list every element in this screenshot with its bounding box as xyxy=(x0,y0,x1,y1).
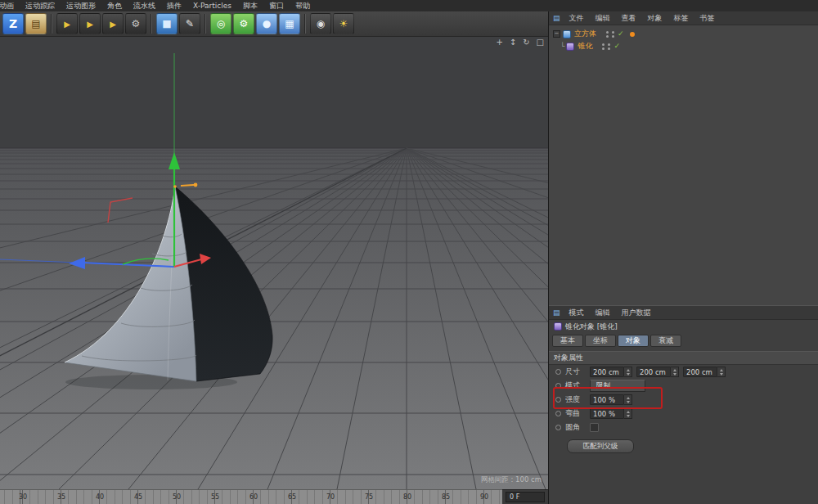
material-manager-icon[interactable]: ▤ xyxy=(25,13,47,34)
toolbar-separator xyxy=(151,14,152,34)
size-z-value[interactable]: 200 cm xyxy=(683,367,717,377)
object-toggles: ✓ xyxy=(606,30,635,38)
om-menu-file[interactable]: 文件 xyxy=(564,13,590,24)
attribute-tabs: 基本 坐标 对象 衰减 xyxy=(549,333,818,348)
stepper-icon[interactable] xyxy=(624,408,632,419)
menu-item-help[interactable]: 帮助 xyxy=(290,1,316,11)
ruler-tick: 40 xyxy=(92,493,107,501)
strength-field[interactable]: 100 % xyxy=(590,394,632,405)
rotate-view-icon[interactable]: ↻ xyxy=(523,38,529,47)
icon-glyph: ◎ xyxy=(217,18,225,29)
stepper-icon[interactable] xyxy=(624,394,632,405)
render-view-icon[interactable]: ▶ xyxy=(56,13,78,34)
menu-item-plugins[interactable]: 插件 xyxy=(161,1,187,11)
am-menu-userdata[interactable]: 用户数据 xyxy=(616,308,657,318)
icon-glyph: ✎ xyxy=(186,18,194,29)
zoom-view-icon[interactable]: ↕ xyxy=(510,38,516,47)
visibility-dots-icon[interactable] xyxy=(606,31,609,38)
maximize-view-icon[interactable]: □ xyxy=(537,38,544,47)
object-name[interactable]: 立方体 xyxy=(574,29,596,39)
add-cube-icon[interactable]: ■ xyxy=(156,13,178,34)
subdivision-surface-icon[interactable]: ◎ xyxy=(210,13,231,34)
grid-spacing-label: 网格间距 : 100 cm xyxy=(481,475,542,485)
tree-row-taper[interactable]: └ 锥化 ✓ xyxy=(549,40,818,52)
deformer-icon[interactable]: ⚙ xyxy=(233,13,254,34)
om-menu-edit[interactable]: 编辑 xyxy=(590,13,616,24)
render-dots-icon[interactable] xyxy=(612,31,614,38)
tab-basic[interactable]: 基本 xyxy=(552,335,583,347)
visibility-dots-icon[interactable] xyxy=(602,43,605,50)
viewport-canvas[interactable]: + ↕ ↻ □ 网格间距 : 100 cm xyxy=(0,37,548,489)
stepper-icon[interactable] xyxy=(717,367,726,377)
mode-dropdown[interactable]: 限制 xyxy=(590,380,645,392)
render-settings-icon[interactable]: ⚙ xyxy=(125,13,146,34)
menu-item-xparticles[interactable]: X-Particles xyxy=(187,2,237,10)
toolbar-separator xyxy=(51,14,52,34)
fillet-checkbox[interactable] xyxy=(590,423,599,432)
attribute-manager-menubar: ▤ 模式 编辑 用户数据 xyxy=(549,305,818,320)
am-menu-edit[interactable]: 编辑 xyxy=(590,308,616,318)
tab-coordinates[interactable]: 坐标 xyxy=(585,335,616,347)
size-x-field[interactable]: 200 cm xyxy=(590,367,632,377)
spline-pen-icon[interactable]: ✎ xyxy=(179,13,200,34)
tab-object[interactable]: 对象 xyxy=(618,335,649,347)
environment-icon[interactable]: ● xyxy=(256,13,277,34)
fit-to-parent-button[interactable]: 匹配到父级 xyxy=(567,439,634,453)
array-icon[interactable]: ▦ xyxy=(279,13,300,34)
current-frame-field[interactable]: 0 F xyxy=(506,492,545,502)
camera-icon[interactable]: ◉ xyxy=(310,13,331,34)
strength-label: 强度 xyxy=(565,394,590,405)
stepper-icon[interactable] xyxy=(671,367,679,377)
size-y-value[interactable]: 200 cm xyxy=(636,367,671,377)
taper-object-icon xyxy=(566,43,574,51)
keyframe-dot-icon[interactable] xyxy=(555,369,561,375)
om-menu-bookmark[interactable]: 书签 xyxy=(694,13,721,24)
menu-item-mograph[interactable]: 运动图形 xyxy=(61,1,101,11)
enabled-check-icon[interactable]: ✓ xyxy=(614,43,620,50)
menu-item-character[interactable]: 角色 xyxy=(101,1,128,11)
tag-dot-icon[interactable] xyxy=(630,32,635,37)
keyframe-dot-icon[interactable] xyxy=(555,425,561,430)
ruler-tick: 50 xyxy=(169,493,184,501)
menu-item-script[interactable]: 脚本 xyxy=(237,1,263,11)
render-dots-icon[interactable] xyxy=(608,43,610,50)
keyframe-dot-icon[interactable] xyxy=(555,397,561,403)
render-picture-viewer-icon[interactable]: ▶ xyxy=(79,13,101,34)
om-menu-view[interactable]: 查看 xyxy=(616,13,642,24)
bend-label: 弯曲 xyxy=(565,408,590,419)
menu-item-motion-tracking[interactable]: 运动跟踪 xyxy=(20,1,61,11)
attribute-title: 锥化对象 [锥化] xyxy=(565,322,618,332)
attribute-title-row: 锥化对象 [锥化] xyxy=(549,320,818,333)
strength-value[interactable]: 100 % xyxy=(590,394,624,405)
keyframe-dot-icon[interactable] xyxy=(555,411,561,416)
om-menu-object[interactable]: 对象 xyxy=(642,13,668,24)
menu-item-animation[interactable]: 动画 xyxy=(0,1,20,11)
keyframe-dot-icon[interactable] xyxy=(555,383,561,389)
render-team-icon[interactable]: ▶ xyxy=(102,13,124,34)
timeline-ruler[interactable]: 30 35 40 45 50 55 60 65 70 75 80 85 90 xyxy=(0,489,502,504)
tab-falloff[interactable]: 衰减 xyxy=(650,335,681,347)
menu-item-pipeline[interactable]: 流水线 xyxy=(128,1,161,11)
fillet-label: 圆角 xyxy=(565,422,590,433)
icon-glyph: ● xyxy=(263,18,271,29)
frame-counter-area: 0 F xyxy=(502,489,548,504)
size-x-value[interactable]: 200 cm xyxy=(590,367,624,377)
stepper-icon[interactable] xyxy=(624,367,632,377)
section-object-properties: 对象属性 xyxy=(549,351,818,365)
object-name[interactable]: 锥化 xyxy=(578,41,592,52)
size-y-field[interactable]: 200 cm xyxy=(636,367,679,377)
toolbar: Z ▤ ▶ ▶ ▶ ⚙ ■ ✎ ◎ ⚙ ● ▦ ◉ ☀ xyxy=(0,11,548,37)
am-menu-mode[interactable]: 模式 xyxy=(564,308,590,318)
menu-item-window[interactable]: 窗口 xyxy=(263,1,290,11)
toolbar-separator xyxy=(204,14,206,34)
enabled-check-icon[interactable]: ✓ xyxy=(618,30,624,38)
om-menu-tag[interactable]: 标签 xyxy=(668,13,694,24)
size-z-field[interactable]: 200 cm xyxy=(683,367,726,377)
bend-field[interactable]: 100 % xyxy=(590,408,632,419)
pan-view-icon[interactable]: + xyxy=(496,38,502,47)
light-icon[interactable]: ☀ xyxy=(333,13,354,34)
plugin-z-icon[interactable]: Z xyxy=(2,13,24,34)
expander-icon[interactable]: − xyxy=(553,30,560,38)
bend-value[interactable]: 100 % xyxy=(590,408,624,419)
tree-row-cube[interactable]: − 立方体 ✓ xyxy=(549,28,818,40)
